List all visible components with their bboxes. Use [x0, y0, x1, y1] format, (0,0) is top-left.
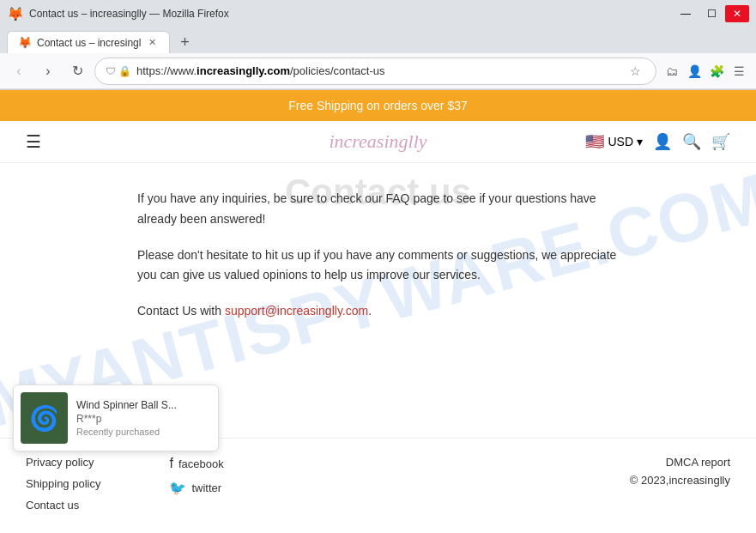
chevron-down-icon: ▾ — [637, 135, 643, 148]
back-button[interactable]: ‹ — [7, 59, 31, 83]
browser-chrome: 🦊 Contact us – increasinglly — Mozilla F… — [0, 0, 756, 90]
popup-product-name: Wind Spinner Ball S... — [76, 399, 177, 411]
promo-text: Free Shipping on orders over $37 — [288, 99, 468, 112]
profile-button[interactable]: 👤 — [684, 61, 705, 82]
twitter-link[interactable]: 🐦 twitter — [169, 480, 223, 496]
bookmark-button[interactable]: ☆ — [625, 61, 645, 82]
header-right: 🇺🇸 USD ▾ 👤 🔍 🛒 — [585, 132, 730, 151]
forward-button[interactable]: › — [36, 59, 60, 83]
address-actions: ☆ — [625, 61, 645, 82]
footer-inner: Privacy policy Shipping policy Contact u… — [26, 456, 730, 512]
popup-buyer: R***p — [76, 413, 177, 425]
search-icon-button[interactable]: 🔍 — [682, 132, 701, 151]
footer-col-policies: Privacy policy Shipping policy Contact u… — [26, 456, 100, 512]
shipping-policy-link[interactable]: Shipping policy — [26, 477, 100, 490]
shield-icon: 🛡 — [106, 65, 116, 77]
site-wrapper: Free Shipping on orders over $37 ☰ incre… — [0, 90, 756, 529]
address-bar[interactable]: 🛡 🔒 https://www.increasinglly.com/polici… — [94, 58, 656, 85]
extensions-button[interactable]: 🧩 — [706, 61, 727, 82]
maximize-button[interactable]: ☐ — [699, 5, 723, 22]
menu-button[interactable]: ☰ — [729, 61, 749, 82]
footer-col-social: f facebook 🐦 twitter — [169, 456, 223, 496]
facebook-icon: f — [169, 456, 172, 471]
minimize-button[interactable]: — — [674, 5, 698, 22]
tab-close-button[interactable]: ✕ — [146, 36, 159, 49]
email-link[interactable]: support@increasinglly.com — [225, 304, 368, 318]
navigation-bar: ‹ › ↻ 🛡 🔒 https://www.increasinglly.com/… — [0, 53, 756, 89]
promo-banner: Free Shipping on orders over $37 — [0, 90, 756, 121]
paragraph-3-suffix: . — [368, 304, 372, 318]
currency-label: USD — [608, 135, 633, 148]
paragraph-3: Contact Us with support@increasinglly.co… — [137, 301, 619, 322]
paragraph-3-prefix: Contact Us with — [137, 304, 225, 318]
facebook-label: facebook — [178, 457, 224, 470]
tab-favicon: 🦊 — [18, 36, 32, 49]
firefox-icon: 🦊 — [7, 6, 24, 22]
site-logo: increasinglly — [329, 130, 426, 153]
currency-selector[interactable]: 🇺🇸 USD ▾ — [585, 132, 643, 151]
pocket-button[interactable]: 🗂 — [662, 61, 682, 82]
twitter-icon: 🐦 — [169, 480, 186, 496]
cart-icon-button[interactable]: 🛒 — [711, 132, 730, 151]
hamburger-menu-button[interactable]: ☰ — [26, 131, 41, 152]
lock-icon: 🔒 — [118, 65, 131, 77]
privacy-policy-link[interactable]: Privacy policy — [26, 456, 100, 469]
window-controls: — ☐ ✕ — [674, 5, 749, 22]
close-button[interactable]: ✕ — [725, 5, 749, 22]
security-icons: 🛡 🔒 — [106, 65, 131, 77]
popup-product-image: 🌀 — [21, 392, 68, 444]
reload-button[interactable]: ↻ — [65, 59, 89, 83]
copyright-text: © 2023,increasinglly — [630, 474, 730, 487]
dmca-link[interactable]: DMCA report — [630, 456, 730, 469]
account-icon-button[interactable]: 👤 — [653, 132, 672, 151]
paragraph-1: If you have any inquiries, be sure to ch… — [137, 189, 619, 230]
product-thumbnail: 🌀 — [29, 404, 59, 433]
popup-status: Recently purchased — [76, 427, 177, 437]
address-text: https://www.increasinglly.com/policies/c… — [136, 64, 620, 77]
tab-label: Contact us – incresingl — [37, 37, 141, 49]
new-tab-button[interactable]: + — [173, 31, 196, 53]
facebook-link[interactable]: f facebook — [169, 456, 223, 471]
tab-bar: 🦊 Contact us – incresingl ✕ + — [0, 27, 756, 53]
content-body: If you have any inquiries, be sure to ch… — [137, 189, 619, 322]
nav-right-buttons: 🗂 👤 🧩 ☰ — [662, 61, 749, 82]
popup-text-content: Wind Spinner Ball S... R***p Recently pu… — [76, 399, 177, 437]
paragraph-2: Please don't hesitate to hit us up if yo… — [137, 245, 619, 287]
site-footer: 🌀 Wind Spinner Ball S... R***p Recently … — [0, 438, 756, 529]
footer-col-dmca: DMCA report © 2023,increasinglly — [630, 456, 730, 487]
twitter-label: twitter — [191, 482, 221, 494]
active-tab[interactable]: 🦊 Contact us – incresingl ✕ — [7, 31, 170, 53]
title-bar: 🦊 Contact us – increasinglly — Mozilla F… — [0, 0, 756, 27]
site-header: ☰ increasinglly 🇺🇸 USD ▾ 👤 🔍 🛒 — [0, 121, 756, 163]
flag-icon: 🇺🇸 — [585, 132, 604, 151]
window-title: Contact us – increasinglly — Mozilla Fir… — [29, 8, 229, 20]
contact-us-link[interactable]: Contact us — [26, 499, 100, 512]
title-bar-left: 🦊 Contact us – increasinglly — Mozilla F… — [7, 6, 229, 22]
purchase-popup: 🌀 Wind Spinner Ball S... R***p Recently … — [13, 385, 219, 451]
